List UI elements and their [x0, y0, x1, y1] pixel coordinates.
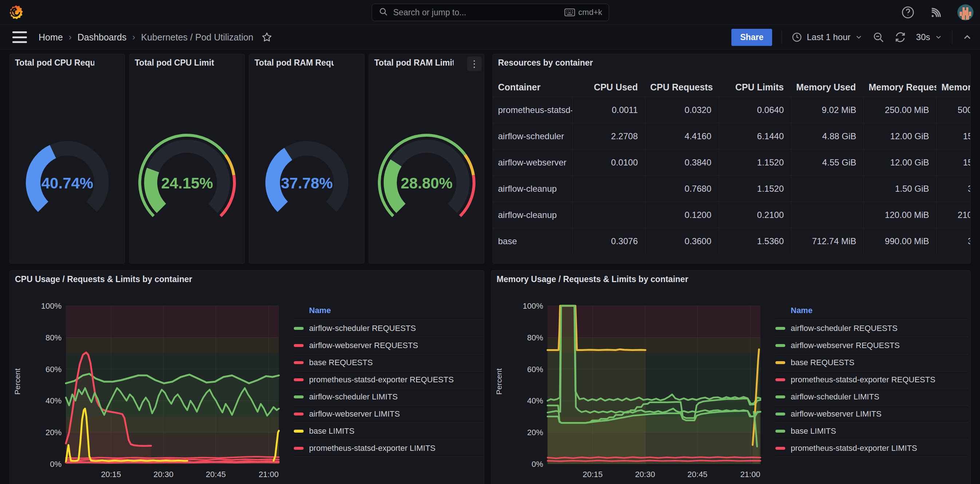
table-cell: airflow-cleanup [493, 175, 572, 201]
legend-item[interactable]: airflow-scheduler LIMITS [775, 388, 968, 405]
time-range-label: Last 1 hour [807, 32, 850, 42]
legend-item[interactable]: airflow-scheduler REQUESTS [294, 319, 484, 337]
panel-total-pod-cpu-limits: Total pod CPU Limits 24.15% [129, 54, 245, 264]
share-button[interactable]: Share [731, 29, 772, 46]
table-cell: 0.3076 [572, 228, 645, 254]
legend-item[interactable]: prometheus-statsd-exporter LIMITS [294, 439, 484, 457]
breadcrumb-home[interactable]: Home [38, 32, 63, 43]
table-column-header[interactable]: Memory Used [791, 78, 864, 97]
table-cell: 0.1200 [645, 201, 719, 228]
table-cell: 4.4160 [645, 123, 719, 149]
search-icon [379, 7, 388, 18]
table-row: base0.30760.36001.5360712.74 MiB990.00 M… [493, 228, 970, 254]
legend-series-color [775, 447, 785, 450]
memory-chart-plot[interactable]: 0%20%40%60%80%100%20:1520:3020:4521:00 [547, 306, 760, 464]
star-icon[interactable] [261, 32, 272, 43]
memory-chart-legend: Nameairflow-scheduler REQUESTSairflow-we… [775, 302, 968, 457]
legend-series-color [294, 447, 304, 450]
legend-series-color [294, 395, 304, 398]
legend-item[interactable]: base REQUESTS [775, 354, 968, 371]
gauge-cpu-limits: 24.15% [136, 133, 238, 220]
table-cell: 1.50 GiB [864, 175, 936, 201]
legend-item[interactable]: base LIMITS [294, 422, 484, 439]
table-cell: 990.00 MiB [864, 228, 936, 254]
legend-item[interactable]: prometheus-statsd-exporter REQUESTS [775, 371, 968, 388]
table-cell: airflow-scheduler [493, 123, 572, 149]
cpu-chart-plot[interactable]: 0%20%40%60%80%100%20:1520:3020:4521:00 [66, 306, 279, 464]
legend-item[interactable]: airflow-webserver LIMITS [775, 405, 968, 422]
legend-item[interactable]: prometheus-statsd-exporter LIMITS [775, 439, 968, 457]
refresh-interval-picker[interactable]: 30s [916, 32, 942, 42]
table-column-header[interactable]: CPU Limits [719, 78, 791, 97]
chevron-right-icon: › [132, 32, 135, 42]
table-cell: 15.00 GiB [936, 149, 970, 175]
y-axis-tick: 40% [31, 396, 62, 406]
panel-menu-kebab-icon[interactable]: ⋮ [467, 56, 482, 71]
panel-title[interactable]: Total pod RAM Limits [374, 58, 453, 68]
table-cell: 0.0320 [645, 97, 719, 123]
table-cell: 0.7680 [645, 175, 719, 201]
table-column-header[interactable]: CPU Used [572, 78, 645, 97]
legend-item[interactable]: airflow-webserver LIMITS [294, 405, 484, 422]
table-cell: 1.1520 [719, 149, 791, 175]
table-cell [791, 175, 864, 201]
legend-header[interactable]: Name [294, 302, 484, 319]
legend-series-name: airflow-webserver REQUESTS [309, 341, 418, 350]
y-axis-label: Percent [13, 384, 22, 395]
legend-series-name: airflow-scheduler REQUESTS [309, 324, 416, 333]
legend-series-color [294, 327, 304, 330]
panel-title[interactable]: Total pod CPU Limits [135, 58, 214, 68]
table-cell: 0.0100 [572, 149, 645, 175]
grafana-logo[interactable] [8, 4, 24, 21]
table-cell: 0.3600 [645, 228, 719, 254]
legend-item[interactable]: base REQUESTS [294, 354, 484, 371]
legend-item[interactable]: airflow-webserver REQUESTS [775, 337, 968, 354]
table-cell: airflow-webserver [493, 149, 572, 175]
legend-item[interactable]: airflow-scheduler LIMITS [294, 388, 484, 405]
panel-title[interactable]: CPU Usage / Requests & Limits by contain… [15, 275, 192, 284]
legend-series-name: airflow-scheduler LIMITS [309, 392, 398, 402]
table-header-row: ContainerCPU UsedCPU RequestsCPU LimitsM… [493, 78, 970, 97]
table-column-header[interactable]: Memory Limits [936, 78, 970, 97]
refresh-icon[interactable] [894, 31, 907, 43]
legend-series-name: prometheus-statsd-exporter REQUESTS [309, 375, 453, 385]
time-range-picker[interactable]: Last 1 hour [791, 32, 863, 43]
collapse-chevron-up-icon[interactable] [962, 32, 973, 43]
legend-series-name: base LIMITS [791, 426, 836, 436]
x-axis-tick: 20:30 [627, 470, 663, 479]
legend-item[interactable]: prometheus-statsd-exporter REQUESTS [294, 371, 484, 388]
news-rss-icon[interactable] [929, 5, 943, 20]
panel-title[interactable]: Resources by container [498, 58, 593, 68]
panel-title[interactable]: Total pod CPU Requests [15, 58, 94, 68]
legend-series-color [294, 430, 304, 433]
legend-series-color [775, 430, 785, 433]
legend-item[interactable]: base LIMITS [775, 422, 968, 439]
legend-header[interactable]: Name [775, 302, 968, 319]
legend-item[interactable]: airflow-scheduler REQUESTS [775, 319, 968, 337]
legend-series-color [294, 378, 304, 381]
table-cell: 250.00 MiB [864, 97, 936, 123]
table-column-header[interactable]: CPU Requests [645, 78, 719, 97]
panel-resources-by-container: Resources by container ContainerCPU Used… [493, 54, 970, 264]
gauge-ram-requests: 37.78% [256, 133, 358, 220]
table-column-header[interactable]: Container [493, 78, 572, 97]
keyboard-icon [564, 8, 575, 16]
panel-title[interactable]: Total pod RAM Requests [255, 58, 334, 68]
legend-item[interactable]: airflow-webserver REQUESTS [294, 337, 484, 354]
legend-series-name: base REQUESTS [309, 358, 373, 367]
x-axis-tick: 20:15 [93, 470, 129, 479]
breadcrumb-dashboards[interactable]: Dashboards [78, 32, 127, 43]
panel-title[interactable]: Memory Usage / Requests & Limits by cont… [496, 275, 689, 284]
legend-series-name: airflow-webserver REQUESTS [791, 341, 900, 350]
user-avatar[interactable] [958, 4, 974, 21]
y-axis-tick: 100% [512, 302, 543, 311]
x-axis-tick: 20:15 [574, 470, 611, 479]
menu-icon[interactable] [13, 31, 27, 43]
table-column-header[interactable]: Memory Requests [864, 78, 936, 97]
panel-cpu-usage-chart: CPU Usage / Requests & Limits by contain… [10, 270, 484, 484]
zoom-out-icon[interactable] [872, 31, 885, 43]
search-input[interactable]: Search or jump to... cmd+k [372, 4, 609, 21]
help-icon[interactable] [900, 5, 915, 20]
table-cell: 0.3840 [645, 149, 719, 175]
table-cell: 3.00 GiB [936, 228, 970, 254]
